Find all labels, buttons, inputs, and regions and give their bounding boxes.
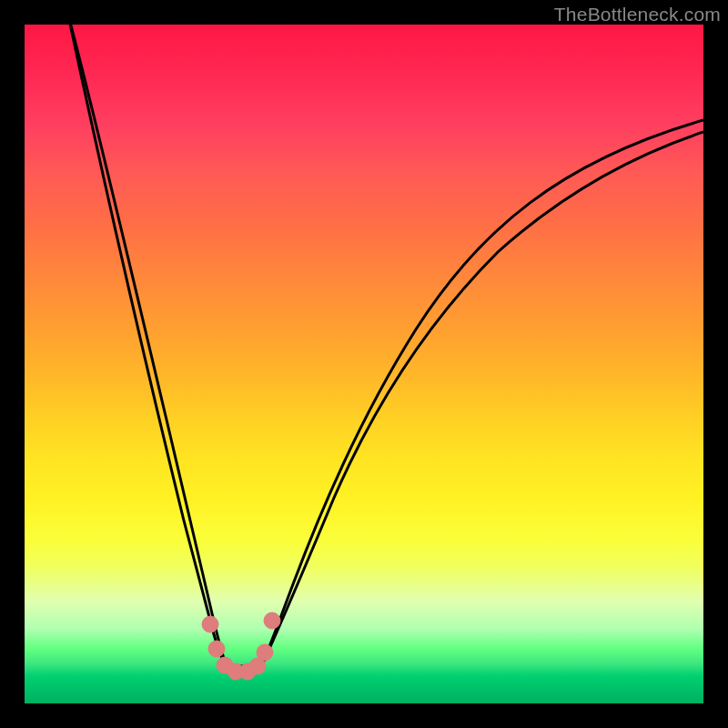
curve-right-branch [261, 132, 703, 667]
watermark-text: TheBottleneck.com [554, 4, 721, 25]
chart-frame [25, 25, 703, 703]
bottleneck-curve [68, 25, 703, 666]
chart-curve-svg [25, 25, 703, 703]
svg-point-1 [208, 641, 225, 657]
svg-point-7 [264, 612, 280, 629]
svg-point-6 [257, 644, 273, 661]
svg-point-0 [202, 616, 218, 632]
highlight-group [202, 612, 280, 680]
